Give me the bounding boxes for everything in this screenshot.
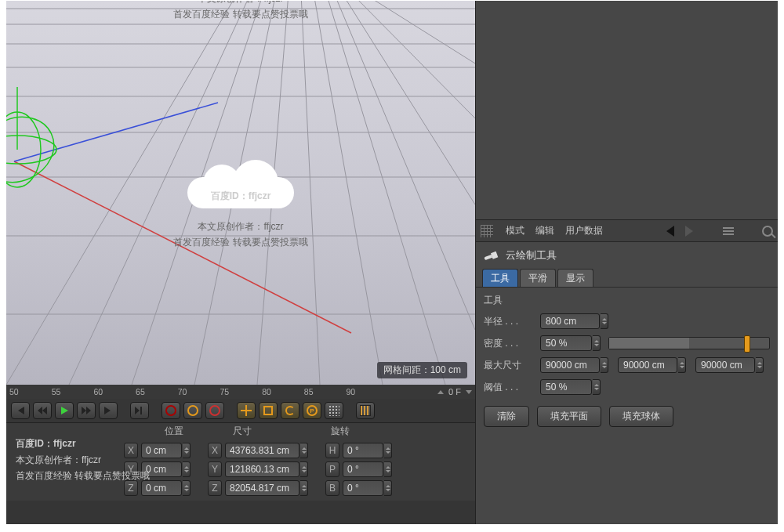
autokey-button[interactable]	[183, 402, 202, 419]
spinner-density[interactable]	[593, 335, 601, 351]
3d-viewport[interactable]: 本文原创作者：ffjczr 首发百度经验 转载要点赞投票哦 百度ID：ffjcz…	[6, 1, 475, 385]
ruler-tick: 70	[178, 387, 187, 396]
slider-density[interactable]	[608, 337, 770, 349]
attribute-grid-icon[interactable]	[481, 225, 493, 237]
ruler-tick: 55	[52, 387, 61, 396]
axis-label: H	[325, 443, 339, 458]
spinner[interactable]	[384, 480, 392, 496]
object-manager[interactable]	[476, 1, 778, 220]
param-tool-button[interactable]: P	[303, 402, 321, 419]
tool-title-row: 云绘制工具	[476, 242, 778, 269]
spinner[interactable]	[384, 443, 392, 458]
fill-sphere-button[interactable]: 填充球体	[609, 406, 673, 427]
search-icon[interactable]	[762, 226, 773, 237]
goto-start-button[interactable]	[11, 402, 30, 419]
field-threshold[interactable]: 50 %	[540, 379, 592, 395]
tab-smooth[interactable]: 平滑	[520, 269, 556, 288]
size-y-field[interactable]: 121860.13 cm	[225, 461, 299, 477]
field-max-x[interactable]: 90000 cm	[540, 357, 600, 373]
spinner-max-y[interactable]	[678, 357, 686, 373]
field-radius[interactable]: 800 cm	[540, 313, 600, 329]
nav-forward-icon[interactable]	[685, 226, 693, 237]
ruler-tick: 90	[347, 387, 356, 396]
next-key-button[interactable]	[77, 402, 96, 419]
spinner[interactable]	[384, 461, 392, 477]
axis-label: B	[325, 480, 339, 496]
scale-tool-button[interactable]	[259, 402, 278, 419]
point-level-button[interactable]	[325, 402, 343, 419]
spinner-threshold[interactable]	[593, 379, 601, 395]
spinner[interactable]	[300, 443, 308, 458]
svg-marker-28	[61, 407, 68, 414]
fill-plane-button[interactable]: 填充平面	[537, 406, 601, 427]
menu-userdata[interactable]: 用户数据	[565, 224, 603, 237]
ruler-tick: 80	[262, 387, 271, 396]
rot-b-field[interactable]: 0 °	[343, 480, 383, 496]
frame-field[interactable]: 0 F	[437, 387, 472, 396]
nav-back-icon[interactable]	[666, 226, 674, 237]
axis-label: Z	[124, 480, 138, 496]
spinner[interactable]	[183, 480, 191, 496]
prev-key-button[interactable]	[33, 402, 52, 419]
attribute-menu: 模式 编辑 用户数据	[476, 220, 778, 242]
skip-forward-button[interactable]	[130, 402, 149, 419]
axis-label: Z	[208, 480, 222, 496]
label-radius: 半径 . . .	[484, 315, 537, 328]
pos-z-field[interactable]: 0 cm	[141, 480, 182, 496]
rotate-tool-button[interactable]	[281, 402, 299, 419]
rot-h-field[interactable]: 0 °	[343, 443, 383, 458]
tab-display[interactable]: 显示	[557, 269, 593, 288]
ruler-tick: 85	[304, 387, 314, 396]
coord-header-rotation: 旋转	[301, 425, 379, 438]
menu-toggle-icon[interactable]	[723, 227, 734, 235]
goto-end-button[interactable]	[99, 402, 118, 419]
keyframe-button[interactable]	[205, 402, 224, 419]
tool-title: 云绘制工具	[506, 248, 557, 262]
field-max-z[interactable]: 90000 cm	[695, 357, 755, 373]
render-button[interactable]	[356, 402, 375, 419]
spinner[interactable]	[300, 461, 308, 477]
ruler-tick: 60	[93, 387, 103, 396]
label-density: 密度 . . .	[484, 337, 537, 350]
timeline-ruler[interactable]: 505560657075808590 0 F	[6, 385, 475, 399]
move-tool-button[interactable]	[237, 402, 256, 419]
spinner-max-x[interactable]	[601, 357, 608, 373]
ruler-tick: 65	[136, 387, 145, 396]
rot-p-field[interactable]: 0 °	[343, 461, 383, 477]
record-button[interactable]	[162, 402, 180, 419]
label-threshold: 阈值 . . .	[484, 381, 537, 394]
tab-tool[interactable]: 工具	[482, 269, 518, 288]
field-max-y[interactable]: 90000 cm	[618, 357, 677, 373]
watermark-overlay: 百度ID：ffjczr 本文原创作者：ffjczr 首发百度经验 转载要点赞投票…	[16, 431, 220, 483]
label-maxsize: 最大尺寸	[484, 359, 537, 372]
ruler-tick: 75	[220, 387, 229, 396]
playback-toolbar: P	[6, 399, 475, 422]
spinner-max-z[interactable]	[756, 357, 764, 373]
ruler-tick: 50	[9, 387, 19, 396]
grid-spacing-label: 网格间距：100 cm	[377, 362, 467, 378]
play-button[interactable]	[55, 402, 74, 419]
menu-mode[interactable]: 模式	[506, 224, 524, 237]
brush-icon	[482, 246, 502, 265]
spinner-radius[interactable]	[601, 313, 608, 329]
spinner[interactable]	[300, 480, 308, 496]
size-x-field[interactable]: 43763.831 cm	[225, 443, 299, 458]
section-tool: 工具	[476, 287, 778, 310]
menu-edit[interactable]: 编辑	[535, 224, 554, 237]
field-density[interactable]: 50 %	[540, 335, 592, 351]
size-z-field[interactable]: 82054.817 cm	[225, 480, 299, 496]
axis-label: P	[325, 461, 339, 477]
clear-button[interactable]: 清除	[484, 406, 529, 427]
